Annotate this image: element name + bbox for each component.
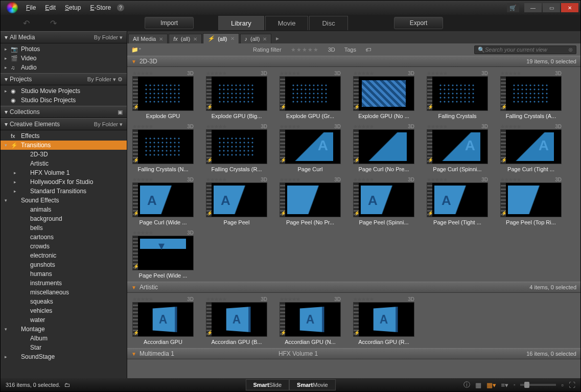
tree-studio-movie-projects[interactable]: ▸◉Studio Movie Projects [1, 86, 127, 96]
close-tab-icon[interactable]: ✕ [193, 36, 197, 42]
add-tab-button[interactable]: ▸ [272, 33, 283, 43]
section-projects[interactable]: ▾ProjectsBy Folder ▾ ⚙ [1, 73, 127, 85]
tree-studio-disc-projects[interactable]: ◉Studio Disc Projects [1, 96, 127, 105]
tree-gunshots[interactable]: gunshots [1, 260, 127, 269]
filter-tab[interactable]: All Media ✕ [128, 34, 168, 43]
cart-icon[interactable]: 🛒 [507, 3, 519, 12]
import-button[interactable]: Import [145, 17, 194, 29]
menu-edit[interactable]: Edit [41, 3, 60, 12]
tree-background[interactable]: background [1, 214, 127, 223]
filter-tab[interactable]: fx (all) ✕ [169, 34, 202, 43]
filter-tab[interactable]: ⚡ (all) ✕ [203, 33, 239, 43]
tree-photos[interactable]: ▸📷Photos [1, 44, 127, 54]
fullscreen-icon[interactable]: ⛶ [569, 381, 575, 389]
tree-animals[interactable]: animals [1, 205, 127, 214]
tree-soundstage[interactable]: ▸SoundStage [1, 352, 127, 361]
help-icon[interactable]: ? [117, 4, 124, 11]
tree-2d-3d[interactable]: 2D-3D [1, 150, 127, 159]
redo-icon[interactable]: ↷ [50, 18, 57, 28]
group-header-2d-3d[interactable]: ▼2D-3D19 items, 0 selected [127, 56, 580, 67]
minimize-button[interactable]: — [524, 3, 542, 12]
info-icon[interactable]: ⓘ [463, 380, 470, 389]
tree-artistic[interactable]: Artistic [1, 159, 127, 168]
tile[interactable]: ★★★★★3D⚡Falling Crystals (N... [132, 123, 194, 172]
tree-crowds[interactable]: crowds [1, 242, 127, 251]
tree-transitions[interactable]: ▾⚡Transitions [1, 141, 127, 150]
storyboard-icon[interactable]: 🗀 [64, 382, 70, 388]
tree-standard-transitions[interactable]: ▸Standard Transitions [1, 187, 127, 196]
stack-icon[interactable]: ▦ [475, 381, 481, 389]
tile[interactable]: ★★★★★3D⚡AAccordian GPU (N... [280, 296, 341, 345]
zoom-in-icon[interactable]: ▫ [561, 381, 564, 389]
group-header-artistic[interactable]: ▼Artistic4 items, 0 selected [127, 282, 580, 293]
export-button[interactable]: Export [394, 17, 444, 29]
tile[interactable]: ★★★★★3D⚡Page Peel (No Pr... [280, 176, 341, 225]
3d-filter[interactable]: 3D [328, 47, 335, 53]
tree-cartoons[interactable]: cartoons [1, 233, 127, 242]
filter-tab[interactable]: ♪ (all) ✕ [240, 34, 272, 43]
tree-hfx-volume-1[interactable]: ▸HFX Volume 1 [1, 168, 127, 177]
tile[interactable]: ★★★★★3D⚡Explode GPU (Gr... [280, 70, 341, 119]
close-button[interactable]: ✕ [561, 3, 578, 12]
tile[interactable]: ★★★★★3D⚡Falling Crystals [427, 70, 488, 119]
search-box[interactable]: 🔍⊗ [474, 45, 576, 54]
tree-video[interactable]: ▸🎬Video [1, 54, 127, 63]
tree-sound-effects[interactable]: ▾Sound Effects [1, 196, 127, 205]
tile[interactable]: ★★★★★3D⚡Explode GPU (Big... [206, 70, 267, 119]
smartmovie-button[interactable]: SmartMovie [289, 379, 336, 390]
tree-instruments[interactable]: instruments [1, 279, 127, 288]
tree-effects[interactable]: fxEffects [1, 131, 127, 141]
close-tab-icon[interactable]: ✕ [230, 36, 235, 41]
tile[interactable]: ★★★★★3D⚡AAccordian GPU (B... [206, 296, 267, 345]
tree-montage[interactable]: ▾Montage [1, 325, 127, 334]
section-creative[interactable]: ▾Creative ElementsBy Folder ▾ [1, 118, 127, 130]
tree-electronic[interactable]: electronic [1, 251, 127, 260]
undo-icon[interactable]: ↶ [23, 18, 30, 28]
tile[interactable]: ★★★★★3D⚡Page Curl (Wide ... [132, 176, 194, 225]
tab-disc[interactable]: Disc [309, 16, 347, 30]
menu-e-store[interactable]: E-Store [86, 3, 115, 12]
tree-water[interactable]: water [1, 315, 127, 325]
tag-icon[interactable]: 🏷 [365, 47, 371, 53]
tree-squeaks[interactable]: squeaks [1, 297, 127, 306]
tile[interactable]: ★★★★★3D⚡Explode GPU (No ... [353, 70, 414, 119]
close-tab-icon[interactable]: ✕ [159, 36, 163, 42]
zoom-slider[interactable] [520, 384, 556, 386]
tile[interactable]: ★★★★★3D⚡Page Curl (Tight ... [500, 123, 562, 172]
tile[interactable]: ★★★★★3D⚡Page Peel (Tight ... [427, 176, 488, 225]
maximize-button[interactable]: ▭ [543, 3, 560, 12]
rating-stars[interactable]: ★★★★★ [291, 47, 319, 53]
tree-audio[interactable]: ▸♫Audio [1, 63, 127, 72]
tree-star[interactable]: Star [1, 343, 127, 352]
group-header-multimedia 1[interactable]: ▼Multimedia 1HFX Volume 116 items, 0 sel… [127, 348, 580, 359]
clear-search-icon[interactable]: ⊗ [568, 47, 573, 53]
folder-icon[interactable]: 📁⁺ [131, 47, 142, 53]
tree-miscellaneous[interactable]: miscellaneous [1, 288, 127, 297]
tile[interactable]: ★★★★★3D⚡Page Peel (Wide ... [132, 229, 194, 279]
menu-file[interactable]: File [22, 3, 40, 12]
tile[interactable]: ★★★★★3D⚡Explode GPU [132, 70, 194, 119]
tile[interactable]: ★★★★★3D⚡Page Curl [280, 123, 341, 172]
tab-library[interactable]: Library [218, 16, 264, 30]
tree-vehicles[interactable]: vehicles [1, 306, 127, 315]
close-tab-icon[interactable]: ✕ [263, 36, 267, 42]
tile[interactable]: ★★★★★3D⚡Page Peel (Top Ri... [500, 176, 562, 225]
tree-bells[interactable]: bells [1, 223, 127, 233]
tile[interactable]: ★★★★★3D⚡Falling Crystals (R... [206, 123, 267, 172]
menu-setup[interactable]: Setup [61, 3, 85, 12]
tile[interactable]: ★★★★★3D⚡Page Peel [206, 176, 267, 225]
search-input[interactable] [485, 47, 568, 53]
section-collections[interactable]: ▾Collections▣ [1, 106, 127, 118]
tile[interactable]: ★★★★★3D⚡Page Peel (Spinni... [353, 176, 414, 225]
tree-album[interactable]: Album [1, 334, 127, 343]
tile[interactable]: ★★★★★3D⚡Falling Crystals (A... [500, 70, 562, 119]
tile[interactable]: ★★★★★3D⚡Page Curl (No Pre... [353, 123, 414, 172]
list-view-icon[interactable]: ≡▾ [501, 381, 509, 389]
tree-humans[interactable]: humans [1, 269, 127, 279]
tile[interactable]: ★★★★★3D⚡AAccordian GPU [132, 296, 194, 345]
tree-hollywoodfx-for-studio[interactable]: ▸HollywoodFx for Studio [1, 177, 127, 187]
grid-view-icon[interactable]: ▦▾ [486, 381, 496, 389]
zoom-out-icon[interactable]: ▫ [514, 382, 515, 387]
tile[interactable]: ★★★★★3D⚡AAccordian GPU (R... [353, 296, 414, 345]
smartslide-button[interactable]: SmartSlide [245, 379, 289, 390]
